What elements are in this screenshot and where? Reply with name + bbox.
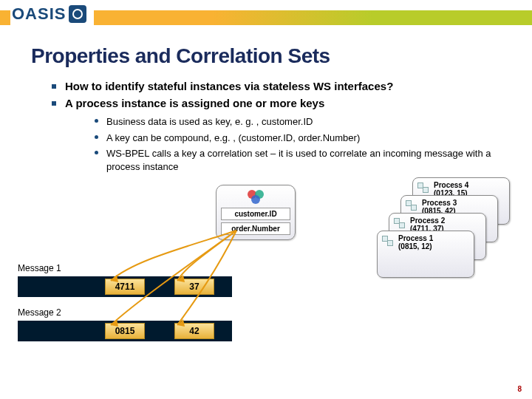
process-name: Process 1 [398, 234, 469, 242]
bullet-lvl2: Business data is used as key, e. g. , cu… [95, 115, 502, 129]
page-title: Properties and Correlation Sets [31, 44, 532, 68]
bullet-list: How to identify stateful instances via s… [52, 80, 502, 173]
correlation-field: order.Number [221, 222, 290, 235]
correlation-set-box: customer.ID order.Number [216, 185, 296, 240]
sub-bullet-list: Business data is used as key, e. g. , cu… [95, 115, 502, 173]
message-value: 42 [174, 323, 214, 339]
message-label: Message 1 [18, 263, 61, 273]
logo-icon [69, 5, 86, 23]
process-icon [394, 218, 406, 228]
process-name: Process 2 [410, 216, 481, 225]
correlation-field: customer.ID [221, 208, 290, 220]
process-name: Process 3 [422, 199, 493, 207]
page-number: 8 [517, 385, 522, 393]
message-value: 4711 [105, 279, 145, 295]
message-bar: 0815 42 [18, 321, 232, 341]
message-value: 37 [174, 279, 214, 295]
process-icon [406, 200, 417, 211]
bullet-lvl2: WS-BPEL calls a key a correlation set – … [95, 147, 502, 173]
message-label: Message 2 [18, 307, 61, 318]
bullet-lvl1: A process instance is assigned one or mo… [52, 97, 502, 173]
message-bar: 4711 37 [18, 276, 232, 297]
process-icon [417, 183, 429, 193]
message-value: 0815 [105, 323, 145, 339]
bullet-lvl2: A key can be compound, e.g. , (customer.… [95, 132, 502, 145]
correlation-set-card: customer.ID order.Number [216, 185, 296, 240]
process-card: Process 1 (0815, 12) [377, 231, 474, 278]
venn-icon [245, 190, 266, 205]
process-name: Process 4 [434, 181, 505, 189]
diagram: customer.ID order.Number Process 4 (0123… [0, 186, 532, 364]
logo: OASIS [10, 0, 94, 25]
process-key: (0815, 12) [398, 242, 469, 250]
bullet-text: A process instance is assigned one or mo… [65, 97, 324, 109]
bullet-lvl1: How to identify stateful instances via s… [52, 80, 502, 92]
logo-text: OASIS [12, 4, 66, 24]
process-icon [382, 236, 394, 246]
header: OASIS [0, 0, 532, 31]
